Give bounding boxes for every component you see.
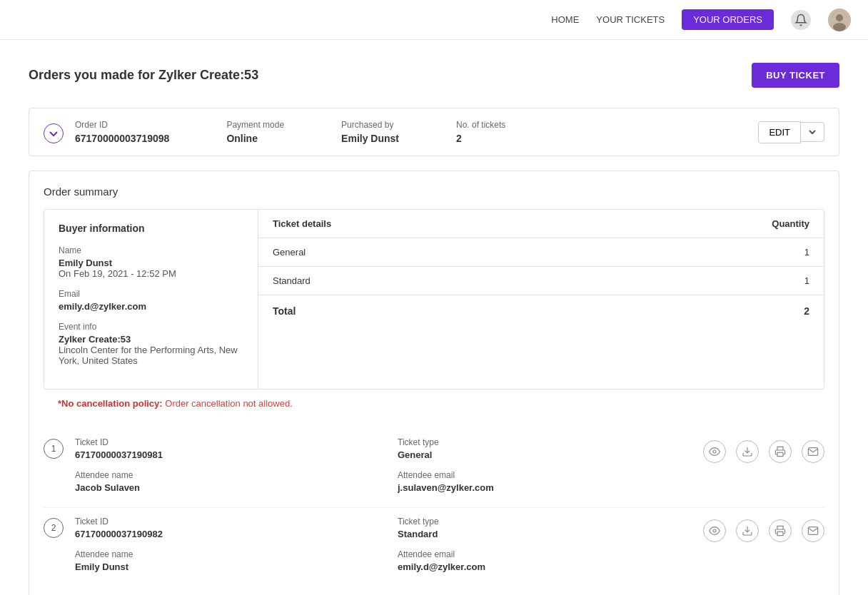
- ticket-item-1-content: Ticket ID 67170000037190981 Ticket type …: [75, 437, 692, 493]
- buyer-name-field: Name Emily Dunst On Feb 19, 2021 - 12:52…: [59, 245, 243, 279]
- num-tickets-label: No. of tickets: [456, 120, 505, 130]
- page-content: Orders you made for Zylker Create:53 BUY…: [0, 40, 868, 595]
- edit-button[interactable]: EDIT: [758, 121, 801, 143]
- print-ticket-button-2[interactable]: [769, 519, 792, 542]
- buyer-event-label: Event info: [59, 322, 243, 332]
- edit-button-group: EDIT: [758, 121, 824, 143]
- attendee-name-label-2: Attendee name: [75, 549, 369, 559]
- svg-point-1: [836, 14, 843, 21]
- ticket-type-value-2: Standard: [398, 529, 692, 539]
- num-tickets-field: No. of tickets 2: [456, 120, 505, 144]
- page-title: Orders you made for Zylker Create:53: [29, 68, 258, 83]
- ticket-total-value: 2: [804, 305, 809, 317]
- ticket-details-label: Ticket details: [273, 218, 331, 229]
- order-id-label: Order ID: [75, 120, 169, 130]
- svg-rect-5: [777, 452, 783, 456]
- nav-your-orders[interactable]: YOUR ORDERS: [682, 9, 774, 30]
- ticket-type-label-1: Ticket type: [398, 437, 692, 447]
- ticket-row-general: General 1: [258, 238, 824, 267]
- ticket-details-section: Ticket details Quantity General 1 Standa…: [258, 210, 824, 389]
- ticket-type-field-2: Ticket type Standard: [398, 517, 692, 539]
- ticket-row-qty-standard: 1: [804, 275, 809, 286]
- eye-icon-2: [709, 525, 720, 536]
- navigation: HOME YOUR TICKETS YOUR ORDERS: [0, 0, 868, 40]
- ticket-item-2-actions: [703, 517, 824, 542]
- view-ticket-button-2[interactable]: [703, 519, 726, 542]
- attendee-email-value-2: emily.d@zylker.com: [398, 561, 692, 572]
- eye-icon-1: [709, 446, 720, 457]
- ticket-id-label-1: Ticket ID: [75, 437, 369, 447]
- buyer-email-value: emily.d@zylker.com: [59, 301, 243, 312]
- attendee-email-field-2: Attendee email emily.d@zylker.com: [398, 549, 692, 572]
- buyer-date-value: On Feb 19, 2021 - 12:52 PM: [59, 268, 243, 279]
- ticket-id-label-2: Ticket ID: [75, 517, 369, 527]
- title-prefix: Orders you made for: [29, 68, 158, 82]
- buyer-info-section: Buyer information Name Emily Dunst On Fe…: [44, 210, 258, 389]
- bell-icon: [794, 14, 807, 26]
- attendee-name-field-2: Attendee name Emily Dunst: [75, 549, 369, 572]
- nav-home[interactable]: HOME: [551, 14, 579, 25]
- mail-icon-2: [807, 525, 819, 536]
- printer-icon-2: [774, 525, 786, 536]
- no-cancel-label: *No cancellation policy:: [58, 398, 163, 409]
- printer-icon-1: [774, 446, 786, 457]
- nav-your-tickets[interactable]: YOUR TICKETS: [596, 14, 665, 25]
- order-id-value: 67170000003719098: [75, 133, 169, 144]
- order-expand-button[interactable]: [44, 123, 64, 143]
- buyer-event-name: Zylker Create:53: [59, 334, 243, 345]
- download-ticket-button-1[interactable]: [736, 440, 759, 463]
- user-avatar[interactable]: [828, 9, 851, 31]
- ticket-row-name-general: General: [273, 247, 306, 258]
- ticket-id-field-1: Ticket ID 67170000037190981: [75, 437, 369, 460]
- ticket-row-standard: Standard 1: [258, 267, 824, 295]
- print-ticket-button-1[interactable]: [769, 440, 792, 463]
- attendee-email-value-1: j.sulaven@zylker.com: [398, 482, 692, 493]
- buyer-event-location: Lincoln Center for the Performing Arts, …: [59, 345, 243, 366]
- attendee-email-label-2: Attendee email: [398, 549, 692, 559]
- attendee-email-label-1: Attendee email: [398, 470, 692, 480]
- order-summary-box: Order summary Buyer information Name Emi…: [29, 171, 839, 595]
- download-ticket-button-2[interactable]: [736, 519, 759, 542]
- order-summary-title: Order summary: [44, 185, 824, 198]
- ticket-item-2: 2 Ticket ID 67170000037190982 Ticket typ…: [44, 508, 824, 586]
- ticket-number-2: 2: [44, 518, 64, 538]
- ticket-total-row: Total 2: [258, 295, 824, 327]
- ticket-item-1-actions: [703, 437, 824, 463]
- edit-dropdown-button[interactable]: [801, 122, 824, 142]
- cancellation-note: *No cancellation policy: Order cancellat…: [44, 390, 824, 417]
- chevron-down-icon: [808, 128, 817, 136]
- purchased-by-value: Emily Dunst: [341, 133, 399, 144]
- ticket-items-list: 1 Ticket ID 67170000037190981 Ticket typ…: [44, 417, 824, 586]
- buyer-email-field: Email emily.d@zylker.com: [59, 289, 243, 312]
- buy-ticket-button[interactable]: BUY TICKET: [752, 63, 839, 88]
- attendee-name-value-2: Emily Dunst: [75, 561, 369, 572]
- email-ticket-button-1[interactable]: [802, 440, 824, 463]
- order-id-field: Order ID 67170000003719098: [75, 120, 169, 144]
- purchased-by-field: Purchased by Emily Dunst: [341, 120, 399, 144]
- svg-point-6: [713, 529, 716, 532]
- order-fields: Order ID 67170000003719098 Payment mode …: [75, 120, 747, 144]
- attendee-name-field-1: Attendee name Jacob Sulaven: [75, 470, 369, 493]
- event-name: Zylker Create:53: [158, 68, 258, 82]
- order-card: Order ID 67170000003719098 Payment mode …: [29, 108, 839, 156]
- ticket-type-label-2: Ticket type: [398, 517, 692, 527]
- ticket-item-2-content: Ticket ID 67170000037190982 Ticket type …: [75, 517, 692, 572]
- ticket-total-label: Total: [273, 305, 296, 317]
- svg-rect-8: [777, 532, 783, 535]
- buyer-name-value: Emily Dunst: [59, 258, 243, 268]
- ticket-item-1: 1 Ticket ID 67170000037190981 Ticket typ…: [44, 429, 824, 508]
- buyer-email-label: Email: [59, 289, 243, 299]
- ticket-id-field-2: Ticket ID 67170000037190982: [75, 517, 369, 539]
- notification-bell-button[interactable]: [791, 10, 811, 30]
- view-ticket-button-1[interactable]: [703, 440, 726, 463]
- attendee-name-value-1: Jacob Sulaven: [75, 482, 369, 493]
- payment-mode-field: Payment mode Online: [226, 120, 284, 144]
- cancel-msg: Order cancellation not allowed.: [165, 398, 293, 409]
- quantity-label: Quantity: [772, 218, 809, 229]
- attendee-email-field-1: Attendee email j.sulaven@zylker.com: [398, 470, 692, 493]
- summary-inner: Buyer information Name Emily Dunst On Fe…: [44, 209, 824, 390]
- svg-point-3: [713, 450, 716, 453]
- ticket-id-value-1: 67170000037190981: [75, 449, 369, 460]
- ticket-type-field-1: Ticket type General: [398, 437, 692, 460]
- email-ticket-button-2[interactable]: [802, 519, 824, 542]
